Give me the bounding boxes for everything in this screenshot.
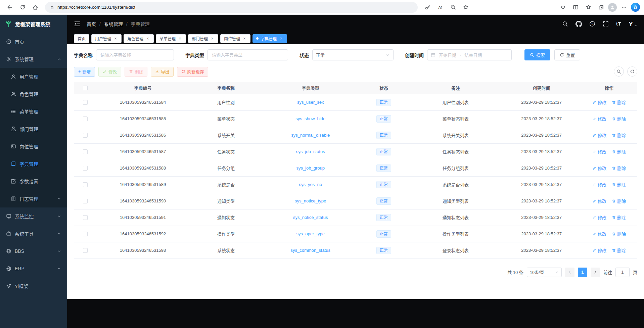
github-button[interactable] bbox=[576, 21, 582, 27]
home-button[interactable] bbox=[30, 2, 41, 13]
close-icon[interactable]: × bbox=[113, 36, 118, 41]
close-icon[interactable]: × bbox=[145, 36, 150, 41]
page-size-select[interactable]: 10条/页 bbox=[527, 268, 562, 277]
row-checkbox[interactable] bbox=[83, 232, 88, 236]
sidebar-item-post-mgmt[interactable]: 岗位管理 bbox=[0, 138, 67, 155]
search-button[interactable]: 搜索 bbox=[524, 49, 550, 60]
dict-type-link[interactable]: sys_show_hide bbox=[295, 116, 325, 121]
row-delete-button[interactable]: 删除 bbox=[612, 132, 626, 138]
dict-type-link[interactable]: sys_oper_type bbox=[296, 231, 325, 236]
row-delete-button[interactable]: 删除 bbox=[612, 181, 626, 188]
sidebar-item-sys-monitor[interactable]: 系统监控 bbox=[0, 207, 67, 225]
dict-type-link[interactable]: sys_job_group bbox=[296, 166, 325, 171]
goto-page-input[interactable] bbox=[615, 268, 630, 277]
page-number-button[interactable]: 1 bbox=[578, 268, 587, 277]
sidebar-item-user-mgmt[interactable]: 用户管理 bbox=[0, 68, 67, 85]
dict-type-link[interactable]: sys_normal_disable bbox=[291, 133, 330, 138]
tab-user-mgmt[interactable]: 用户管理× bbox=[91, 34, 122, 43]
prev-page-button[interactable] bbox=[565, 268, 574, 277]
tab-post-mgmt[interactable]: 岗位管理× bbox=[220, 34, 250, 43]
browser-essentials-button[interactable] bbox=[557, 2, 568, 13]
row-edit-button[interactable]: 修改 bbox=[592, 165, 606, 171]
dict-type-input[interactable] bbox=[208, 49, 288, 60]
tab-menu-mgmt[interactable]: 菜单管理× bbox=[156, 34, 186, 43]
fullscreen-button[interactable] bbox=[603, 21, 609, 27]
refresh-button[interactable] bbox=[17, 2, 28, 13]
row-delete-button[interactable]: 删除 bbox=[612, 165, 626, 171]
dict-type-link[interactable]: sys_notice_status bbox=[293, 215, 328, 220]
sidebar-item-dict-mgmt[interactable]: 字典管理 bbox=[0, 155, 67, 173]
row-edit-button[interactable]: 修改 bbox=[592, 99, 606, 105]
row-delete-button[interactable]: 删除 bbox=[612, 198, 626, 204]
sidebar-item-dept-mgmt[interactable]: 部门管理 bbox=[0, 120, 67, 138]
dict-type-link[interactable]: sys_user_sex bbox=[297, 100, 324, 105]
row-checkbox[interactable] bbox=[83, 199, 88, 203]
sidebar-item-param-settings[interactable]: 参数设置 bbox=[0, 173, 67, 190]
row-edit-button[interactable]: 修改 bbox=[592, 247, 606, 253]
add-favorite-button[interactable] bbox=[460, 2, 471, 13]
row-delete-button[interactable]: 删除 bbox=[612, 214, 626, 221]
tab-role-mgmt[interactable]: 角色管理× bbox=[124, 34, 154, 43]
app-logo[interactable]: 意框架管理系统 bbox=[0, 15, 67, 33]
dict-type-link[interactable]: sys_notice_type bbox=[295, 198, 326, 203]
row-delete-button[interactable]: 删除 bbox=[612, 115, 626, 122]
row-edit-button[interactable]: 修改 bbox=[592, 214, 606, 221]
sidebar-item-yi-framework[interactable]: Yi框架 bbox=[0, 277, 67, 295]
row-delete-button[interactable]: 删除 bbox=[612, 247, 626, 253]
dict-type-link[interactable]: sys_yes_no bbox=[299, 182, 322, 187]
export-button[interactable]: 导出 bbox=[151, 67, 174, 77]
copilot-button[interactable]: b bbox=[631, 3, 640, 12]
edit-button[interactable]: 修改 bbox=[98, 67, 121, 77]
row-checkbox[interactable] bbox=[83, 116, 88, 121]
row-delete-button[interactable]: 删除 bbox=[612, 148, 626, 155]
close-icon[interactable]: × bbox=[210, 36, 215, 41]
zoom-out-button[interactable] bbox=[447, 2, 459, 13]
row-delete-button[interactable]: 删除 bbox=[612, 231, 626, 237]
tab-dept-mgmt[interactable]: 部门管理× bbox=[188, 34, 218, 43]
close-icon[interactable]: × bbox=[178, 36, 182, 41]
row-delete-button[interactable]: 删除 bbox=[612, 99, 626, 105]
more-menu-button[interactable] bbox=[618, 2, 630, 13]
add-button[interactable]: +新增 bbox=[74, 67, 95, 77]
row-checkbox[interactable] bbox=[83, 149, 88, 154]
tab-home[interactable]: 首页 bbox=[74, 34, 89, 43]
profile-button[interactable] bbox=[608, 3, 617, 12]
close-icon[interactable]: × bbox=[242, 36, 247, 41]
sidebar-item-erp[interactable]: ERP bbox=[0, 260, 67, 277]
row-edit-button[interactable]: 修改 bbox=[592, 181, 606, 188]
help-button[interactable]: ? bbox=[589, 21, 595, 27]
address-bar[interactable]: https://ccnetcore.com:1101/system/dict bbox=[45, 2, 418, 13]
sidebar-item-sys-tools[interactable]: 系统工具 bbox=[0, 225, 67, 242]
sidebar-item-log-mgmt[interactable]: 日志管理 bbox=[0, 190, 67, 207]
close-icon[interactable]: × bbox=[279, 36, 283, 41]
sidebar-item-bbs[interactable]: BBS bbox=[0, 242, 67, 260]
collections-button[interactable] bbox=[595, 2, 607, 13]
refresh-table-button[interactable] bbox=[627, 66, 637, 77]
delete-button[interactable]: 删除 bbox=[125, 67, 147, 77]
row-edit-button[interactable]: 修改 bbox=[592, 148, 606, 155]
next-page-button[interactable] bbox=[591, 268, 600, 277]
read-aloud-button[interactable]: A bbox=[434, 2, 446, 13]
date-range-picker[interactable]: 开始日期 - 结束日期 bbox=[427, 49, 512, 60]
refresh-cache-button[interactable]: 刷新缓存 bbox=[177, 67, 208, 77]
row-edit-button[interactable]: 修改 bbox=[592, 198, 606, 204]
favorites-button[interactable] bbox=[583, 2, 594, 13]
row-edit-button[interactable]: 修改 bbox=[592, 115, 606, 122]
tab-dict-mgmt[interactable]: 字典管理× bbox=[252, 34, 287, 43]
sidebar-item-menu-mgmt[interactable]: 菜单管理 bbox=[0, 103, 67, 120]
dict-type-link[interactable]: sys_job_status bbox=[296, 149, 325, 154]
status-select[interactable]: 正常 bbox=[312, 49, 394, 60]
sidebar-item-role-mgmt[interactable]: 角色管理 bbox=[0, 85, 67, 103]
collapse-sidebar-button[interactable] bbox=[74, 20, 81, 27]
breadcrumb-home[interactable]: 首页 bbox=[87, 20, 96, 27]
password-key-button[interactable] bbox=[422, 2, 433, 13]
user-menu[interactable]: Y bbox=[629, 21, 637, 27]
font-size-button[interactable]: tT bbox=[616, 21, 621, 27]
row-edit-button[interactable]: 修改 bbox=[592, 231, 606, 237]
header-search-button[interactable] bbox=[562, 21, 568, 27]
back-button[interactable] bbox=[4, 2, 15, 13]
row-checkbox[interactable] bbox=[83, 182, 88, 187]
row-checkbox[interactable] bbox=[83, 215, 88, 220]
dict-type-link[interactable]: sys_common_status bbox=[290, 248, 330, 253]
row-checkbox[interactable] bbox=[83, 133, 88, 138]
